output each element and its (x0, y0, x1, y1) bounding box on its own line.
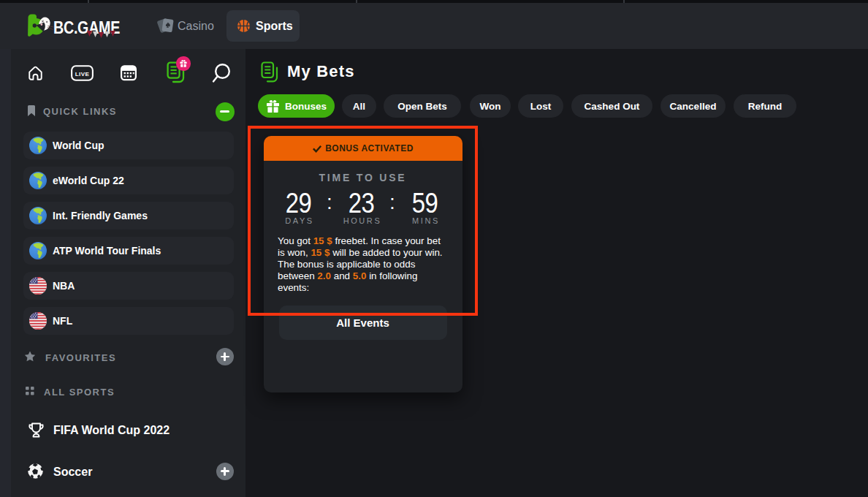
svg-text:LIVE: LIVE (75, 71, 90, 77)
